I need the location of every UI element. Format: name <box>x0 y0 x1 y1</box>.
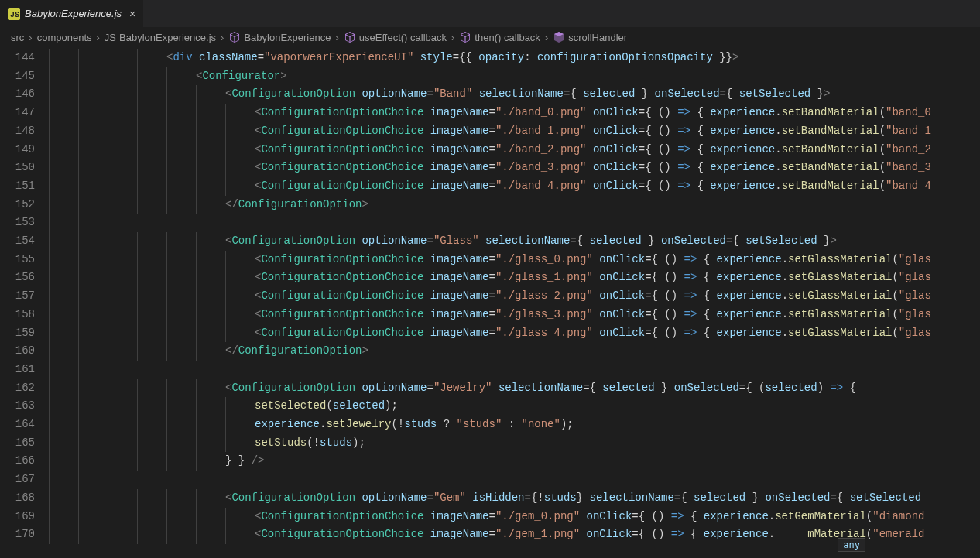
breadcrumb-label: components <box>37 32 92 43</box>
line-number: 147 <box>0 104 35 122</box>
code-line[interactable]: setStuds(!studs); <box>49 434 980 453</box>
code-line[interactable]: <ConfigurationOptionChoice imageName="./… <box>49 251 980 269</box>
code-line[interactable] <box>49 214 980 232</box>
line-number: 155 <box>0 251 35 269</box>
breadcrumb-label: scrollHandler <box>568 32 627 43</box>
code-line[interactable]: experience.setJewelry(!studs ? "studs" :… <box>49 416 980 434</box>
breadcrumb-label: useEffect() callback <box>359 32 447 43</box>
code-line[interactable]: <ConfigurationOptionChoice imageName="./… <box>49 306 980 324</box>
line-number: 153 <box>0 214 35 232</box>
breadcrumb-label: src <box>11 32 24 43</box>
line-number: 150 <box>0 159 35 177</box>
js-file-icon: JS <box>8 8 20 20</box>
line-number: 161 <box>0 361 35 379</box>
line-number: 144 <box>0 49 35 67</box>
chevron-right-icon: › <box>335 32 338 43</box>
code-line[interactable]: <Configurator> <box>49 67 980 86</box>
line-number: 160 <box>0 342 35 361</box>
line-number: 158 <box>0 306 35 324</box>
chevron-right-icon: › <box>29 32 32 43</box>
code-line[interactable]: <ConfigurationOption optionName="Jewelry… <box>49 379 980 398</box>
line-number: 151 <box>0 177 35 196</box>
line-number-gutter: 1441451461471481491501511521531541551561… <box>0 49 49 558</box>
chevron-right-icon: › <box>451 32 454 43</box>
tab-filename: BabylonExperience.js <box>25 8 122 19</box>
line-number: 159 <box>0 324 35 343</box>
breadcrumb-item[interactable]: JSBabylonExperience.js <box>105 32 216 43</box>
line-number: 146 <box>0 85 35 104</box>
breadcrumb-item[interactable]: components <box>37 32 92 43</box>
code-line[interactable]: </ConfigurationOption> <box>49 342 980 361</box>
code-line[interactable]: <ConfigurationOptionChoice imageName="./… <box>49 508 980 526</box>
cube-icon <box>228 31 241 43</box>
code-line[interactable]: <ConfigurationOptionChoice imageName="./… <box>49 269 980 287</box>
line-number: 162 <box>0 379 35 398</box>
line-number: 165 <box>0 434 35 453</box>
line-number: 149 <box>0 141 35 159</box>
chevron-right-icon: › <box>97 32 100 43</box>
breadcrumb-label: then() callback <box>475 32 540 43</box>
code-line[interactable] <box>49 361 980 379</box>
line-number: 154 <box>0 232 35 251</box>
line-number: 157 <box>0 287 35 306</box>
code-editor[interactable]: 1441451461471481491501511521531541551561… <box>0 49 980 558</box>
code-line[interactable]: <ConfigurationOption optionName="Glass" … <box>49 232 980 251</box>
line-number: 168 <box>0 489 35 508</box>
code-line[interactable]: <ConfigurationOptionChoice imageName="./… <box>49 287 980 306</box>
line-number: 167 <box>0 471 35 489</box>
code-line[interactable]: <ConfigurationOptionChoice imageName="./… <box>49 104 980 122</box>
breadcrumb[interactable]: src›components›JSBabylonExperience.js›Ba… <box>0 27 980 49</box>
code-line[interactable]: <ConfigurationOptionChoice imageName="./… <box>49 159 980 177</box>
code-line[interactable]: <ConfigurationOption optionName="Band" s… <box>49 85 980 104</box>
code-line[interactable]: <ConfigurationOptionChoice imageName="./… <box>49 324 980 343</box>
code-line[interactable]: <ConfigurationOptionChoice imageName="./… <box>49 122 980 141</box>
breadcrumb-label: BabylonExperience <box>244 32 331 43</box>
breadcrumb-item[interactable]: then() callback <box>459 31 540 43</box>
line-number: 169 <box>0 508 35 526</box>
line-number: 163 <box>0 397 35 416</box>
line-number: 166 <box>0 452 35 471</box>
line-number: 164 <box>0 416 35 434</box>
code-line[interactable]: </ConfigurationOption> <box>49 196 980 214</box>
breadcrumb-item[interactable]: src <box>11 32 24 43</box>
line-number: 170 <box>0 525 35 544</box>
chevron-right-icon: › <box>221 32 224 43</box>
code-line[interactable] <box>49 471 980 489</box>
code-line[interactable]: setSelected(selected); <box>49 397 980 416</box>
line-number: 152 <box>0 196 35 214</box>
cube-icon <box>459 31 471 43</box>
code-line[interactable]: } } /> <box>49 452 980 471</box>
close-icon[interactable]: × <box>129 8 135 20</box>
tab-active[interactable]: JS BabylonExperience.js × <box>0 0 144 27</box>
js-file-icon: JS <box>105 32 116 43</box>
code-line[interactable]: <ConfigurationOptionChoice imageName="./… <box>49 177 980 196</box>
line-number: 148 <box>0 122 35 141</box>
cube-icon <box>344 31 356 43</box>
code-line[interactable]: <ConfigurationOption optionName="Gem" is… <box>49 489 980 508</box>
breadcrumb-item[interactable]: BabylonExperience <box>228 31 331 43</box>
breadcrumb-label: BabylonExperience.js <box>119 32 216 43</box>
line-number: 145 <box>0 67 35 86</box>
tab-bar: JS BabylonExperience.js × <box>0 0 980 27</box>
code-content[interactable]: <div className="vaporwearExperienceUI" s… <box>49 49 980 558</box>
breadcrumb-item[interactable]: scrollHandler <box>553 31 627 43</box>
hover-tooltip: any <box>838 538 865 552</box>
code-line[interactable]: <div className="vaporwearExperienceUI" s… <box>49 49 980 67</box>
chevron-right-icon: › <box>545 32 548 43</box>
code-line[interactable]: <ConfigurationOptionChoice imageName="./… <box>49 141 980 159</box>
line-number: 156 <box>0 269 35 287</box>
breadcrumb-item[interactable]: useEffect() callback <box>344 31 447 43</box>
method-icon <box>553 31 565 43</box>
